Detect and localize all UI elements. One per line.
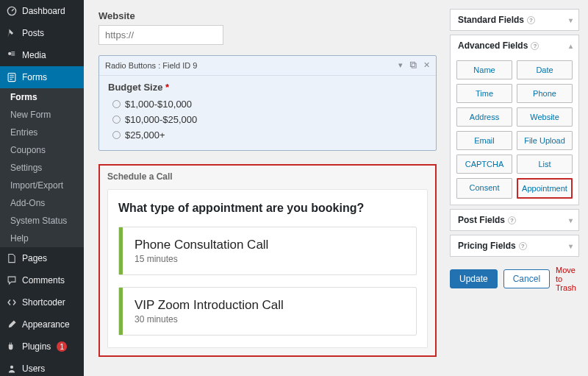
chevron-down-icon[interactable]: ▾ — [398, 60, 403, 71]
schedule-callout: Schedule a Call What type of appointment… — [98, 164, 437, 357]
selected-field-title: Radio Buttons : Field ID 9 — [105, 61, 197, 70]
field-tag-website[interactable]: Website — [517, 107, 573, 127]
website-field-wrap: Website — [98, 10, 437, 45]
sidebar-item-posts[interactable]: Posts — [0, 22, 84, 44]
submenu-settings[interactable]: Settings — [0, 159, 84, 177]
action-buttons: Update Cancel Move to Trash — [450, 266, 579, 292]
panel-post-fields: Post Fields ? ▾ — [450, 209, 579, 231]
field-tag-list[interactable]: List — [517, 155, 573, 174]
schedule-title: Schedule a Call — [107, 171, 428, 182]
submenu-entries[interactable]: Entries — [0, 124, 84, 141]
submenu-forms[interactable]: Forms — [0, 88, 84, 106]
chevron-down-icon: ▾ — [569, 242, 573, 250]
website-input[interactable] — [98, 25, 223, 45]
appointment-option[interactable]: VIP Zoom Introduction Call 30 minutes — [118, 287, 417, 336]
appointment-duration: 15 minutes — [135, 254, 268, 264]
field-palette: Standard Fields ? ▾ Advanced Fields ? ▴ … — [450, 0, 588, 376]
sidebar-item-media[interactable]: Media — [0, 44, 84, 66]
field-tag-consent[interactable]: Consent — [456, 178, 512, 199]
sidebar-item-shortcoder[interactable]: Shortcoder — [0, 291, 84, 313]
help-icon[interactable]: ? — [508, 216, 516, 224]
appointment-name: Phone Consultation Call — [135, 238, 268, 252]
required-asterisk: * — [165, 82, 169, 93]
forms-submenu: Forms New Form Entries Coupons Settings … — [0, 88, 84, 247]
field-tag-file-upload[interactable]: File Upload — [517, 131, 573, 150]
sidebar-item-label: Shortcoder — [22, 297, 65, 308]
admin-sidebar: Dashboard Posts Media Forms Forms New Fo… — [0, 0, 84, 376]
chevron-down-icon: ▾ — [569, 16, 573, 24]
radio-icon — [112, 131, 121, 139]
sidebar-item-label: Forms — [22, 72, 47, 82]
appointment-name: VIP Zoom Introduction Call — [135, 298, 284, 313]
appointment-option-body: Phone Consultation Call 15 minutes — [123, 227, 280, 274]
sidebar-item-label: Plugins — [22, 341, 51, 352]
field-tag-appointment[interactable]: Appointment — [517, 178, 573, 199]
svg-rect-8 — [412, 63, 416, 68]
cancel-button[interactable]: Cancel — [503, 269, 550, 288]
chevron-up-icon: ▴ — [569, 42, 573, 50]
field-tag-email[interactable]: Email — [456, 131, 512, 150]
help-icon[interactable]: ? — [519, 242, 527, 250]
panel-pricing-fields: Pricing Fields ? ▾ — [450, 235, 579, 257]
advanced-fields-grid: Name Date Time Phone Address Website Ema… — [451, 56, 578, 205]
appointment-question: What type of appointment are you booking… — [118, 202, 417, 215]
panel-advanced-fields: Advanced Fields ? ▴ Name Date Time Phone… — [450, 35, 579, 205]
plugin-icon — [6, 341, 18, 352]
brush-icon — [6, 319, 18, 330]
budget-option[interactable]: $25,000+ — [108, 127, 427, 143]
budget-option[interactable]: $1,000-$10,000 — [108, 96, 427, 112]
comment-icon — [6, 274, 18, 286]
field-tag-address[interactable]: Address — [456, 107, 512, 127]
radio-icon — [112, 100, 121, 108]
submenu-import-export[interactable]: Import/Export — [0, 177, 84, 194]
help-icon[interactable]: ? — [527, 16, 535, 24]
sidebar-item-pages[interactable]: Pages — [0, 247, 84, 269]
move-to-trash-link[interactable]: Move to Trash — [556, 266, 579, 292]
help-icon[interactable]: ? — [531, 42, 539, 50]
sidebar-item-appearance[interactable]: Appearance — [0, 313, 84, 336]
appointment-option[interactable]: Phone Consultation Call 15 minutes — [118, 227, 417, 275]
sidebar-item-forms[interactable]: Forms — [0, 66, 84, 88]
sidebar-item-users[interactable]: Users — [0, 358, 84, 376]
submenu-help[interactable]: Help — [0, 230, 84, 247]
sidebar-item-comments[interactable]: Comments — [0, 269, 84, 291]
sidebar-item-label: Appearance — [22, 319, 70, 330]
submenu-coupons[interactable]: Coupons — [0, 141, 84, 159]
code-icon — [6, 297, 18, 308]
svg-point-3 — [10, 366, 13, 369]
panel-header-advanced[interactable]: Advanced Fields ? ▴ — [451, 35, 578, 56]
budget-option[interactable]: $10,000-$25,000 — [108, 112, 427, 127]
panel-header-pricing[interactable]: Pricing Fields ? ▾ — [451, 235, 578, 256]
sidebar-item-label: Users — [22, 363, 45, 374]
field-actions: ▾ ✕ — [398, 60, 430, 71]
sidebar-item-dashboard[interactable]: Dashboard — [0, 0, 84, 22]
update-button[interactable]: Update — [450, 269, 498, 288]
forms-icon — [6, 71, 18, 83]
sidebar-item-plugins[interactable]: Plugins 1 — [0, 336, 84, 358]
submenu-system-status[interactable]: System Status — [0, 212, 84, 230]
sidebar-item-label: Dashboard — [22, 6, 65, 16]
sidebar-item-label: Comments — [22, 275, 65, 285]
selected-field-card[interactable]: Radio Buttons : Field ID 9 ▾ ✕ Budget Si… — [98, 55, 437, 151]
field-tag-captcha[interactable]: CAPTCHA — [456, 155, 512, 174]
field-tag-time[interactable]: Time — [456, 84, 512, 103]
duplicate-icon[interactable] — [409, 60, 417, 71]
panel-header-post[interactable]: Post Fields ? ▾ — [451, 210, 578, 230]
form-editor-canvas: Website Radio Buttons : Field ID 9 ▾ ✕ B… — [84, 0, 450, 376]
close-icon[interactable]: ✕ — [423, 60, 430, 71]
radio-icon — [112, 116, 121, 124]
field-tag-phone[interactable]: Phone — [517, 84, 573, 103]
appointment-duration: 30 minutes — [135, 314, 284, 324]
submenu-new-form[interactable]: New Form — [0, 106, 84, 124]
field-tag-date[interactable]: Date — [517, 60, 573, 79]
svg-rect-7 — [410, 62, 415, 66]
submenu-add-ons[interactable]: Add-Ons — [0, 194, 84, 212]
sidebar-item-label: Pages — [22, 253, 47, 263]
selected-field-header: Radio Buttons : Field ID 9 ▾ ✕ — [99, 56, 436, 76]
sidebar-item-label: Posts — [22, 28, 44, 38]
field-tag-name[interactable]: Name — [456, 60, 512, 79]
panel-header-standard[interactable]: Standard Fields ? ▾ — [451, 10, 578, 30]
chevron-down-icon: ▾ — [569, 216, 573, 224]
user-icon — [6, 363, 18, 375]
media-icon — [6, 49, 18, 61]
